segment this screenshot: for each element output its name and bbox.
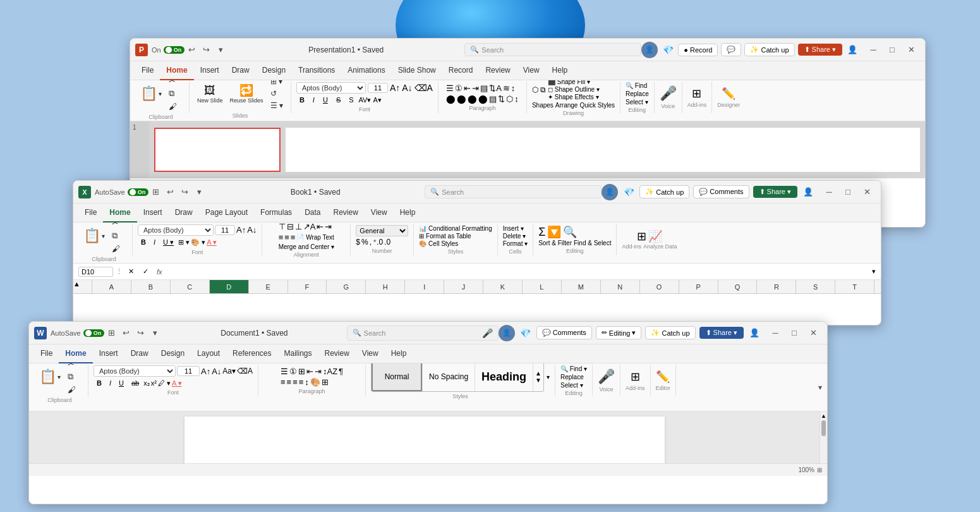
ppt-person-icon[interactable]: 👤	[845, 43, 859, 57]
excel-catch-up-button[interactable]: ✨ Catch up	[639, 185, 689, 198]
word-scroll-thumb[interactable]	[821, 420, 826, 436]
excel-tab-view[interactable]: View	[365, 204, 394, 222]
word-sort-button[interactable]: ↕AZ	[323, 367, 337, 376]
ppt-more-button[interactable]: ▾	[214, 43, 227, 57]
excel-redo-button[interactable]: ↪	[178, 185, 191, 199]
ppt-tab-help[interactable]: Help	[546, 61, 574, 80]
ppt-tab-insert[interactable]: Insert	[194, 61, 226, 80]
excel-align-left-button[interactable]: ≡	[279, 233, 284, 242]
ppt-underline-button[interactable]: U	[320, 95, 331, 105]
excel-font-color-button[interactable]: A ▾	[207, 238, 217, 247]
word-bullets-button[interactable]: ☰	[281, 367, 288, 376]
ppt-indent-less-button[interactable]: ⇤	[464, 83, 471, 93]
excel-conditional-format-button[interactable]: 📊 Conditional Formatting	[419, 225, 492, 232]
excel-format-button[interactable]: Format ▾	[503, 240, 528, 247]
word-superscript-button[interactable]: x²	[151, 379, 157, 387]
word-editor-button[interactable]: ✏️	[656, 370, 670, 384]
word-autosave-toggle[interactable]: On	[83, 329, 105, 337]
word-indent-dec-button[interactable]: ⇤	[306, 367, 313, 376]
excel-delete-button[interactable]: Delete ▾	[503, 233, 528, 240]
ppt-tab-animations[interactable]: Animations	[341, 61, 391, 80]
word-person-icon[interactable]: 👤	[747, 326, 761, 340]
excel-bold-button[interactable]: B	[138, 237, 149, 247]
excel-indent-dec-button[interactable]: ⇤	[317, 222, 324, 231]
ppt-shapes-button[interactable]: ⬡	[532, 85, 538, 94]
word-style-nospacing[interactable]: No Spacing	[422, 363, 475, 391]
excel-more-button[interactable]: ▾	[192, 185, 206, 199]
excel-wrap-text-button[interactable]: 📄 Wrap Text	[296, 234, 334, 241]
ppt-strikethrough-button[interactable]: S	[333, 95, 344, 105]
ppt-shape-outline-button[interactable]: ◻ Shape Outline ▾	[548, 86, 600, 93]
excel-number-format-selector[interactable]: General	[356, 225, 408, 236]
word-font-size[interactable]	[177, 366, 200, 376]
word-scroll-up-button[interactable]: ▲	[821, 413, 826, 419]
excel-col-T[interactable]: T	[835, 280, 874, 293]
ppt-avatar[interactable]: 👤	[641, 42, 658, 58]
word-select-button[interactable]: Select ▾	[560, 382, 587, 389]
ppt-redo-button[interactable]: ↪	[199, 43, 213, 57]
word-bold-button[interactable]: B	[94, 378, 105, 388]
excel-paste-button[interactable]: 📋 ▾	[81, 226, 107, 245]
ppt-find-button[interactable]: 🔍 Find	[626, 82, 649, 89]
word-font-color-button[interactable]: A ▾	[172, 379, 182, 387]
excel-col-P[interactable]: P	[679, 280, 718, 293]
excel-merge-center-button[interactable]: Merge and Center ▾	[279, 243, 334, 250]
word-line-spacing-button[interactable]: ↕	[305, 377, 309, 387]
ppt-autosave-toggle[interactable]: On	[164, 46, 185, 54]
ppt-cols-button[interactable]: ▤	[489, 94, 497, 104]
excel-tab-insert[interactable]: Insert	[137, 204, 169, 222]
ppt-grow-font-button[interactable]: A↑	[390, 83, 400, 93]
ppt-justify-button[interactable]: ⬤	[478, 94, 488, 104]
ppt-convert-button[interactable]: ≋	[503, 83, 510, 93]
word-tab-mailings[interactable]: Mailings	[277, 344, 318, 363]
word-styles-up-button[interactable]: ▲	[535, 370, 541, 377]
ppt-bold-button[interactable]: B	[296, 95, 308, 105]
ppt-search-box[interactable]: 🔍 Search	[464, 43, 641, 56]
word-show-para-button[interactable]: ¶	[339, 367, 343, 376]
excel-mid-align-button[interactable]: ⊟	[287, 222, 294, 231]
excel-tab-home[interactable]: Home	[103, 204, 136, 222]
excel-underline-button[interactable]: U ▾	[160, 237, 177, 248]
excel-shrink-font-button[interactable]: A↓	[247, 225, 257, 235]
ppt-minimize-button[interactable]: ─	[864, 41, 882, 59]
word-tab-draw[interactable]: Draw	[124, 344, 155, 363]
word-format-painter-button[interactable]: 🖌	[65, 384, 83, 396]
ppt-col-count-button[interactable]: ▤	[480, 83, 488, 93]
ppt-tab-design[interactable]: Design	[256, 61, 292, 80]
excel-text-orient-button[interactable]: ↗A	[303, 222, 316, 231]
excel-quick-access-button[interactable]: ⊞	[148, 185, 162, 199]
word-catch-up-button[interactable]: ✨ Catch up	[645, 326, 695, 339]
word-borders-button[interactable]: ⊞	[322, 377, 329, 387]
word-tab-layout[interactable]: Layout	[191, 344, 226, 363]
word-underline-button[interactable]: U	[116, 378, 127, 388]
word-tab-view[interactable]: View	[356, 344, 385, 363]
ppt-arrange-button[interactable]: ⧉	[540, 85, 546, 94]
excel-close-button[interactable]: ✕	[858, 183, 876, 201]
word-maximize-button[interactable]: □	[785, 324, 803, 342]
ppt-shadow-button[interactable]: S	[346, 95, 356, 105]
excel-col-F[interactable]: F	[288, 280, 327, 293]
ppt-tab-review[interactable]: Review	[479, 61, 516, 80]
ppt-layout-button[interactable]: ⊞ ▾	[268, 80, 286, 87]
excel-col-D[interactable]: D	[210, 280, 249, 293]
ppt-new-slide-button[interactable]: 🖼 New Slide	[195, 83, 226, 105]
word-addins-button[interactable]: ⊞	[631, 370, 640, 384]
ppt-designer-button[interactable]: ✏️	[722, 87, 735, 101]
word-align-right-button[interactable]: ≡	[293, 377, 298, 387]
ppt-close-button[interactable]: ✕	[902, 41, 920, 59]
ppt-valign-button[interactable]: ↕	[514, 94, 519, 104]
excel-maximize-button[interactable]: □	[839, 183, 857, 201]
excel-comma-button[interactable]: ,	[370, 238, 372, 247]
ppt-cut-button[interactable]: ✂	[166, 80, 184, 87]
word-editing-button[interactable]: ✏ Editing ▾	[596, 326, 642, 339]
excel-col-R[interactable]: R	[757, 280, 796, 293]
excel-format-painter-button[interactable]: 🖌	[109, 243, 127, 255]
excel-confirm-button[interactable]: ✓	[140, 266, 152, 277]
word-avatar[interactable]: 👤	[499, 325, 515, 341]
ppt-select-button[interactable]: Select ▾	[626, 99, 649, 106]
word-align-center-button[interactable]: ≡	[287, 377, 292, 387]
excel-col-L[interactable]: L	[523, 280, 562, 293]
ppt-line-spacing-button[interactable]: ↕	[511, 83, 516, 93]
ppt-numbering-button[interactable]: ①	[455, 83, 463, 93]
word-dictate-button[interactable]: 🎤	[598, 369, 615, 385]
